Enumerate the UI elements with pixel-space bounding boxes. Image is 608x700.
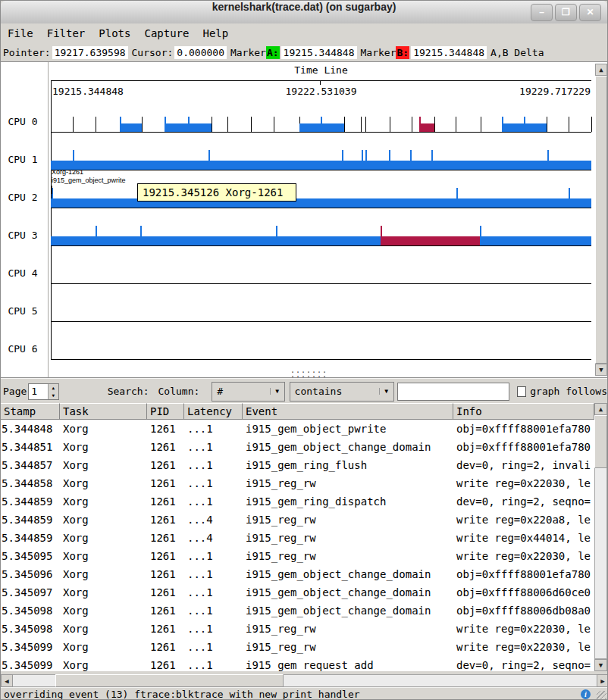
menu-item-help[interactable]: Help (196, 23, 235, 43)
table-row[interactable]: 5.344858Xorg1261...1i915_reg_rwwrite reg… (1, 474, 594, 492)
info-icon[interactable]: i (581, 689, 591, 699)
column-header-info[interactable]: Info (453, 403, 594, 420)
search-label: Search: (108, 386, 149, 397)
status-bar: overriding event (13) ftrace:blktrace wi… (1, 687, 607, 700)
table-row[interactable]: 5.344848Xorg1261...1i915_gem_object_pwri… (1, 420, 594, 438)
table-row[interactable]: 5.345097Xorg1261...1i915_gem_object_chan… (1, 583, 594, 602)
graph-scrollbar-thumb[interactable] (595, 76, 607, 364)
table-row[interactable]: 5.345098Xorg1261...1i915_reg_rwwrite reg… (1, 620, 594, 638)
event-mark (410, 150, 412, 161)
table-row[interactable]: 5.344859Xorg1261...1i915_gem_ring_dispat… (1, 492, 594, 511)
chevron-down-icon: ▼ (379, 388, 393, 395)
marker-b-value: 19215.344848 (411, 46, 487, 59)
task-segment (51, 161, 591, 170)
table-scroll-down-icon[interactable]: ▼ (594, 659, 607, 671)
menu-item-file[interactable]: File (1, 23, 40, 43)
table-row[interactable]: 5.345099Xorg1261...1i915_reg_rwwrite reg… (1, 638, 594, 656)
event-tick (142, 117, 143, 132)
table-cell: Xorg (60, 583, 147, 602)
event-mark (480, 226, 481, 236)
cpu-label: CPU 2 (1, 192, 45, 204)
event-tick (434, 117, 435, 132)
table-cell: 1261 (147, 456, 184, 474)
plot-area[interactable]: CPU 0CPU 1CPU 2CPU 3CPU 4CPU 5CPU 6 (1, 62, 607, 377)
table-cell: Xorg (60, 529, 147, 547)
task-segment (419, 123, 434, 132)
table-cell: ...1 (184, 547, 243, 565)
h-scroll-right-icon[interactable]: ▶ (597, 674, 608, 687)
match-select[interactable]: contains ▼ (290, 382, 394, 402)
column-header-event[interactable]: Event (243, 403, 453, 420)
table-cell: ...1 (184, 474, 243, 492)
table-row[interactable]: 5.344859Xorg1261...4i915_reg_rwwrite reg… (1, 511, 594, 529)
table-cell: 1261 (147, 438, 184, 456)
pointer-value: 19217.639598 (52, 46, 128, 59)
event-tick (456, 117, 456, 132)
table-row[interactable]: 5.345098Xorg1261...1i915_gem_object_chan… (1, 602, 594, 620)
event-mark (547, 150, 549, 161)
maximize-button[interactable]: ❐ (555, 4, 577, 21)
hover-event-tick (52, 186, 52, 194)
event-mark (96, 226, 97, 236)
menu-item-plots[interactable]: Plots (92, 23, 137, 43)
h-scrollbar-thumb[interactable] (55, 674, 284, 687)
table-row[interactable]: 5.345095Xorg1261...1i915_reg_rwwrite reg… (1, 547, 594, 565)
h-scroll-left-icon[interactable]: ◀ (1, 674, 13, 687)
graph-follows-checkbox[interactable] (517, 386, 526, 397)
table-cell: 5.344848 (1, 420, 60, 438)
table-cell: 1261 (147, 565, 184, 583)
table-row[interactable]: 5.344859Xorg1261...4i915_reg_rwwrite reg… (1, 529, 594, 547)
table-cell: 5.344851 (1, 438, 60, 456)
search-input[interactable] (397, 383, 509, 401)
spin-up-icon[interactable]: ▲ (49, 384, 58, 392)
task-segment (165, 123, 212, 132)
table-cell: write reg=0x22030, le (453, 474, 594, 492)
cpu-baseline (51, 208, 591, 208)
table-cell: Xorg (60, 511, 147, 529)
graph-scroll-down-icon[interactable]: ▼ (595, 364, 607, 376)
table-row[interactable]: 5.345096Xorg1261...1i915_gem_object_chan… (1, 565, 594, 583)
close-button[interactable]: ✕ (579, 4, 601, 21)
titlebar[interactable]: kernelshark(trace.dat) (on sugarbay) – ❐… (1, 1, 607, 24)
task-segment (502, 123, 547, 132)
table-cell: 5.345098 (1, 620, 60, 638)
column-header-latency[interactable]: Latency (184, 403, 243, 420)
table-cell: ...1 (184, 492, 243, 511)
cursor-value: 0.000000 (174, 46, 227, 59)
column-header-stamp[interactable]: Stamp (1, 403, 60, 420)
table-cell: Xorg (60, 492, 147, 511)
table-cell: 1261 (147, 583, 184, 602)
table-scroll-up-icon[interactable]: ▲ (594, 403, 607, 415)
event-mark (342, 150, 343, 161)
cpu-label: CPU 1 (1, 154, 45, 166)
search-bar: Page 1 ▲ ▼ Search: Column: # ▼ contains … (1, 378, 607, 404)
menu-item-filter[interactable]: Filter (40, 23, 92, 43)
table-cell: dev=0, ring=2, invali (453, 456, 594, 474)
page-spinner[interactable]: 1 ▲ ▼ (28, 383, 58, 400)
resize-grip[interactable] (597, 691, 606, 700)
table-cell: ...1 (184, 583, 243, 602)
menu-item-capture[interactable]: Capture (137, 23, 196, 43)
column-select[interactable]: # ▼ (212, 382, 284, 402)
table-cell: 1261 (147, 492, 184, 511)
event-tick (73, 117, 74, 132)
task-segment (51, 198, 591, 208)
column-header-task[interactable]: Task (60, 403, 147, 420)
table-cell: write reg=0x220a8, le (453, 511, 594, 529)
table-row[interactable]: 5.345099Xorg1261...1i915_gem_request_add… (1, 656, 594, 671)
column-header-pid[interactable]: PID (147, 403, 184, 420)
event-mark (276, 226, 277, 236)
table-cell: 1261 (147, 620, 184, 638)
table-cell: ...1 (184, 438, 243, 456)
status-message: overriding event (13) ftrace:blktrace wi… (4, 688, 360, 700)
table-scrollbar-thumb[interactable] (594, 415, 607, 468)
minimize-button[interactable]: – (531, 4, 553, 21)
spin-down-icon[interactable]: ▼ (49, 392, 58, 399)
event-tick (344, 117, 345, 132)
table-row[interactable]: 5.344857Xorg1261...1i915_gem_ring_flushd… (1, 456, 594, 474)
cpu-baseline (51, 245, 591, 246)
graph-scroll-up-icon[interactable]: ▲ (595, 64, 607, 76)
event-tick (361, 117, 362, 132)
table-row[interactable]: 5.344851Xorg1261...1i915_gem_object_chan… (1, 438, 594, 456)
cpu-label: CPU 4 (1, 267, 45, 280)
